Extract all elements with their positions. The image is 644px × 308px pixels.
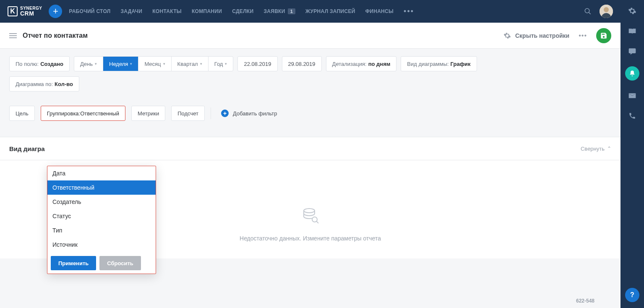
logo-icon: K — [8, 6, 18, 16]
dropdown-reset-button[interactable]: Сбросить — [99, 256, 141, 270]
svg-line-1 — [589, 12, 591, 14]
svg-point-8 — [304, 209, 315, 213]
date-from[interactable]: 22.08.2019 — [237, 56, 277, 71]
chevron-up-icon: ⌃ — [607, 146, 611, 151]
rail-mail-icon[interactable] — [627, 91, 637, 101]
plus-circle-icon: + — [221, 110, 229, 117]
chart-type-filter[interactable]: Вид диаграммы: График — [401, 56, 477, 71]
period-week[interactable]: Неделя▾ — [103, 57, 138, 71]
chart-section-header: Вид диагра Свернуть ⌃ — [0, 137, 621, 160]
dd-option-source[interactable]: Источник — [47, 238, 156, 252]
period-day[interactable]: День▾ — [74, 57, 103, 71]
period-month[interactable]: Месяц▾ — [138, 57, 171, 71]
date-to[interactable]: 29.08.2019 — [282, 56, 322, 71]
nav-deals[interactable]: СДЕЛКИ — [232, 8, 253, 14]
requests-badge: 1 — [288, 8, 295, 14]
nav-journal[interactable]: ЖУРНАЛ ЗАПИСЕЙ — [305, 8, 355, 14]
nav-requests[interactable]: ЗАЯВКИ 1 — [263, 8, 295, 14]
chevron-down-icon: ▾ — [163, 62, 165, 66]
nav-finance[interactable]: ФИНАНСЫ — [365, 8, 394, 14]
rail-phone-icon[interactable] — [627, 111, 637, 121]
svg-point-3 — [604, 7, 609, 12]
svg-point-9 — [312, 217, 317, 222]
rail-chat-icon[interactable] — [627, 46, 637, 56]
tab-count[interactable]: Подсчет — [171, 106, 205, 121]
empty-data-icon — [302, 206, 319, 224]
grouping-dropdown: Дата Ответственный Создатель Статус Тип … — [47, 166, 156, 274]
chevron-down-icon: ▾ — [225, 62, 227, 66]
top-nav: K SYNERGY CRM + РАБОЧИЙ СТОЛ ЗАДАЧИ КОНТ… — [0, 0, 621, 23]
svg-line-10 — [316, 222, 318, 224]
page-header: Отчет по контактам Скрыть настройки ••• — [0, 23, 621, 49]
tab-target[interactable]: Цель — [9, 106, 35, 121]
dd-option-type[interactable]: Тип — [47, 223, 156, 238]
nav-tasks[interactable]: ЗАДАЧИ — [120, 8, 142, 14]
brand-line2: CRM — [20, 10, 42, 16]
version-label: 622-548 — [576, 298, 594, 304]
tab-grouping[interactable]: Группировка: Ответственный — [41, 106, 125, 121]
chart-section-title: Вид диагра — [9, 145, 45, 152]
dd-option-status[interactable]: Статус — [47, 209, 156, 223]
period-group: День▾ Неделя▾ Месяц▾ Квартал▾ Год▾ — [74, 56, 233, 71]
detail-filter[interactable]: Детализация: по дням — [326, 56, 397, 71]
period-quarter[interactable]: Квартал▾ — [172, 57, 209, 71]
period-year[interactable]: Год▾ — [209, 57, 233, 71]
chevron-down-icon: ▾ — [95, 62, 97, 66]
collapse-button[interactable]: Свернуть ⌃ — [581, 146, 611, 152]
dd-option-date[interactable]: Дата — [47, 166, 156, 180]
add-filter-button[interactable]: + Добавить фильтр — [217, 110, 282, 117]
hide-settings-button[interactable]: Скрыть настройки — [503, 32, 569, 39]
content-area: По полю: Создано День▾ Неделя▾ Месяц▾ Кв… — [0, 49, 621, 308]
user-avatar[interactable] — [600, 5, 613, 18]
chevron-down-icon: ▾ — [200, 62, 202, 66]
rail-gear-icon[interactable] — [627, 6, 637, 16]
brand-logo[interactable]: K SYNERGY CRM — [8, 6, 42, 16]
field-filter[interactable]: По полю: Создано — [9, 56, 70, 71]
divider — [211, 107, 211, 119]
svg-point-0 — [585, 8, 589, 13]
rail-book-icon[interactable] — [627, 26, 637, 36]
save-button[interactable] — [596, 28, 611, 43]
dd-option-responsible[interactable]: Ответственный — [47, 180, 156, 195]
header-more-icon[interactable]: ••• — [575, 32, 590, 39]
dd-option-creator[interactable]: Создатель — [47, 195, 156, 209]
right-rail: ? — [621, 0, 644, 308]
menu-icon[interactable] — [9, 33, 17, 39]
rail-help-button[interactable]: ? — [625, 288, 639, 302]
search-icon[interactable] — [583, 6, 593, 16]
diagram-by-filter[interactable]: Диаграмма по: Кол-во — [9, 76, 79, 91]
dropdown-apply-button[interactable]: Применить — [51, 256, 96, 270]
nav-companies[interactable]: КОМПАНИИ — [192, 8, 222, 14]
nav-contacts[interactable]: КОНТАКТЫ — [152, 8, 182, 14]
nav-dashboard[interactable]: РАБОЧИЙ СТОЛ — [69, 8, 110, 14]
rail-notification-icon[interactable] — [625, 66, 639, 81]
gear-icon — [503, 32, 511, 39]
tab-metrics[interactable]: Метрики — [131, 106, 165, 121]
add-button[interactable]: + — [49, 5, 62, 18]
chevron-down-icon: ▾ — [130, 62, 132, 66]
save-icon — [600, 32, 607, 39]
page-title: Отчет по контактам — [23, 32, 88, 39]
nav-more-icon[interactable]: ••• — [404, 7, 414, 16]
